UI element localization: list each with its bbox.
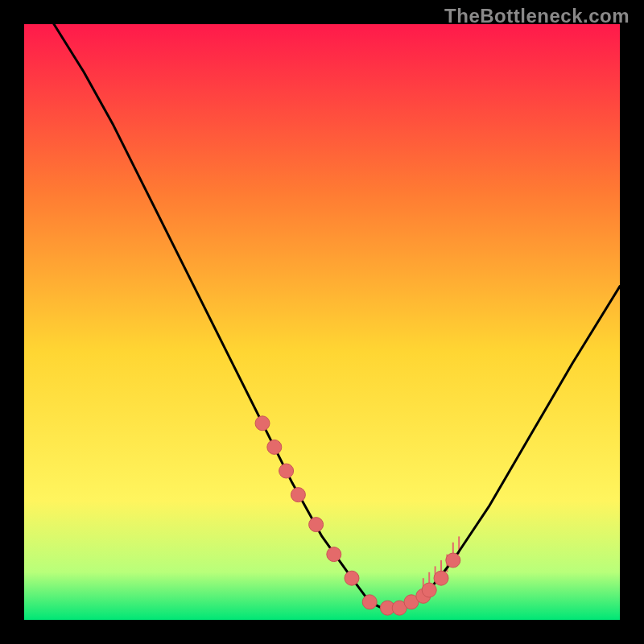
chart-stage: TheBottleneck.com: [0, 0, 644, 644]
watermark-text: TheBottleneck.com: [444, 5, 630, 27]
marker-dot: [291, 488, 305, 502]
chart-svg: [0, 0, 644, 644]
marker-dot: [267, 440, 282, 454]
marker-dot: [362, 595, 377, 609]
marker-dot: [422, 583, 436, 597]
plot-area: [24, 24, 620, 620]
marker-dot: [446, 553, 460, 568]
marker-dot: [434, 571, 448, 585]
marker-dot: [327, 547, 341, 562]
marker-dot: [309, 518, 324, 532]
marker-dot: [255, 416, 270, 431]
marker-dot: [345, 571, 359, 585]
marker-dot: [279, 464, 294, 478]
